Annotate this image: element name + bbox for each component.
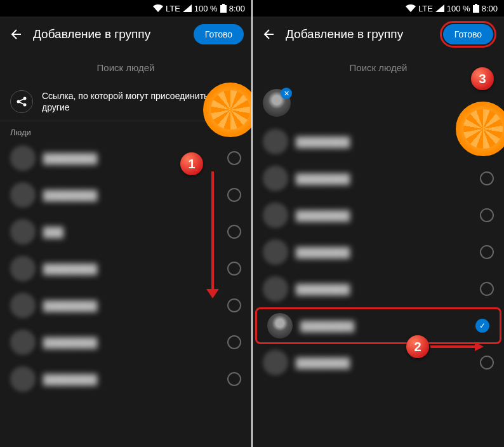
contact-name: ████████: [296, 173, 472, 184]
contact-row[interactable]: ████████: [253, 197, 504, 234]
wifi-icon: [406, 4, 416, 12]
select-radio[interactable]: [227, 262, 241, 276]
clock-label: 8:00: [482, 4, 498, 13]
contact-name: ████████: [43, 374, 220, 385]
svg-point-2: [17, 100, 20, 103]
contact-row[interactable]: ████████: [253, 234, 504, 270]
wifi-icon: [153, 4, 163, 12]
avatar: [10, 182, 36, 208]
select-radio-checked[interactable]: ✓: [475, 319, 489, 333]
select-radio[interactable]: [227, 188, 241, 202]
signal-icon: [435, 4, 444, 12]
avatar: [263, 203, 288, 228]
status-bar: LTE 100 % 8:00: [253, 0, 504, 17]
contact-row[interactable]: ████████: [0, 140, 251, 177]
clock-label: 8:00: [229, 4, 245, 13]
contact-name: ████████: [300, 321, 468, 331]
signal-icon: [183, 4, 192, 12]
status-icons: LTE 100 % 8:00: [406, 4, 498, 13]
avatar: [10, 293, 36, 318]
battery-icon: [220, 4, 227, 13]
phone-screen-left: LTE 100 % 8:00 Добавление в группу Готов…: [0, 0, 251, 447]
avatar: [10, 366, 36, 392]
avatar: [263, 350, 288, 375]
contact-name: ████████: [296, 137, 472, 147]
contact-name: ████████: [43, 300, 220, 311]
contact-name: ███: [43, 227, 220, 237]
page-title: Добавление в группу: [286, 27, 430, 41]
orange-badge-icon: [203, 83, 251, 137]
contact-name: ████████: [43, 337, 220, 348]
done-button[interactable]: Готово: [443, 24, 493, 44]
share-icon: [10, 90, 33, 113]
contact-name: ████████: [296, 357, 472, 368]
contact-row-highlighted[interactable]: ████████✓: [255, 307, 501, 344]
contact-row[interactable]: ████████: [0, 250, 251, 287]
status-bar: LTE 100 % 8:00: [0, 0, 251, 17]
search-bar[interactable]: Поиск людей: [0, 52, 251, 83]
back-arrow-icon: [262, 28, 274, 41]
select-radio[interactable]: [227, 335, 241, 349]
avatar: [10, 145, 36, 171]
contact-row[interactable]: ████████: [0, 361, 251, 397]
contact-name: ████████: [296, 210, 472, 221]
select-radio[interactable]: [480, 245, 494, 259]
contact-row[interactable]: ████████: [253, 344, 504, 381]
contact-name: ████████: [296, 284, 472, 295]
contact-row[interactable]: ████████: [253, 160, 504, 197]
back-arrow-icon: [9, 28, 22, 41]
select-radio[interactable]: [227, 372, 241, 386]
select-radio[interactable]: [480, 208, 494, 222]
contact-name: ████████: [296, 247, 472, 258]
svg-rect-7: [473, 5, 479, 13]
contact-list-left: ████████ ████████ ███ ████████ ████████ …: [0, 140, 251, 397]
avatar: [10, 330, 36, 355]
step-marker-1: 1: [180, 152, 203, 175]
select-radio[interactable]: [480, 356, 494, 370]
remove-selected-icon[interactable]: ✕: [281, 88, 292, 99]
avatar: [263, 276, 288, 302]
avatar: [263, 166, 288, 191]
contact-row[interactable]: ████████: [0, 324, 251, 361]
select-radio[interactable]: [480, 171, 494, 185]
battery-label: 100 %: [447, 4, 470, 13]
select-radio[interactable]: [227, 151, 241, 165]
back-button[interactable]: [8, 27, 23, 42]
step-marker-2: 2: [406, 335, 429, 358]
page-title: Добавление в группу: [33, 27, 183, 41]
contact-row[interactable]: ████████: [0, 287, 251, 324]
select-radio[interactable]: [480, 282, 494, 296]
avatar: [267, 313, 293, 338]
svg-point-4: [23, 103, 27, 107]
contact-row[interactable]: ████████: [253, 270, 504, 307]
selected-avatar[interactable]: ✕: [263, 89, 291, 117]
phone-screen-right: LTE 100 % 8:00 Добавление в группу Готов…: [253, 0, 504, 447]
svg-rect-0: [220, 5, 227, 13]
contact-list-right: ████████ ████████ ████████ ████████ ████…: [253, 123, 504, 381]
search-placeholder: Поиск людей: [97, 62, 155, 73]
app-header: Добавление в группу Готово: [0, 17, 251, 52]
battery-label: 100 %: [194, 4, 218, 13]
search-placeholder: Поиск людей: [350, 62, 408, 73]
network-label: LTE: [418, 4, 433, 13]
step-marker-3: 3: [471, 67, 494, 90]
svg-rect-1: [222, 4, 225, 5]
select-radio[interactable]: [227, 225, 241, 239]
app-header: Добавление в группу Готово: [253, 17, 504, 52]
avatar: [263, 129, 288, 154]
contact-name: ████████: [43, 264, 220, 274]
contact-row[interactable]: ███: [0, 213, 251, 250]
back-button[interactable]: [260, 27, 275, 42]
done-button[interactable]: Готово: [194, 24, 244, 44]
svg-point-3: [23, 97, 27, 100]
orange-badge-icon: [456, 102, 504, 156]
status-icons: LTE 100 % 8:00: [153, 4, 245, 13]
svg-rect-8: [475, 4, 477, 5]
contact-row[interactable]: ████████: [0, 177, 251, 213]
avatar: [263, 239, 288, 265]
select-radio[interactable]: [227, 298, 241, 312]
contact-name: ████████: [43, 190, 220, 201]
search-bar[interactable]: Поиск людей: [253, 52, 504, 83]
avatar: [10, 256, 36, 281]
avatar: [10, 219, 36, 244]
